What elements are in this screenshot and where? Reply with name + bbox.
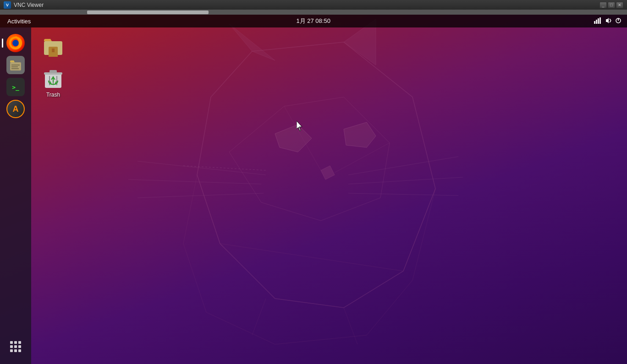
terminal-icon: >_ xyxy=(6,78,25,96)
svg-line-8 xyxy=(128,179,261,184)
ubuntu-desktop: Activities 1月 27 08:50 xyxy=(0,15,627,364)
svg-rect-21 xyxy=(598,18,599,24)
svg-line-24 xyxy=(610,19,611,21)
app-grid-button[interactable] xyxy=(6,337,26,357)
files-icon xyxy=(6,56,25,74)
svg-marker-4 xyxy=(275,125,312,152)
svg-marker-13 xyxy=(183,175,435,344)
trash-icon[interactable]: Trash xyxy=(37,66,70,100)
svg-marker-5 xyxy=(344,122,376,147)
vnc-minimize-button[interactable]: _ xyxy=(600,2,607,8)
svg-marker-1 xyxy=(229,24,275,60)
svg-rect-36 xyxy=(52,49,55,52)
dock-item-updater[interactable]: A xyxy=(6,99,26,119)
svg-rect-22 xyxy=(600,17,601,24)
topbar-left: Activities xyxy=(6,18,33,25)
svg-point-30 xyxy=(12,40,19,46)
home-folder-icon[interactable] xyxy=(37,33,70,60)
gnome-topbar: Activities 1月 27 08:50 xyxy=(0,15,627,27)
trash-label: Trash xyxy=(46,92,60,98)
trash-image xyxy=(42,68,64,90)
topbar-datetime[interactable]: 1月 27 08:50 xyxy=(296,17,330,25)
power-icon[interactable] xyxy=(615,17,622,25)
svg-line-9 xyxy=(138,193,264,198)
svg-marker-6 xyxy=(321,166,335,179)
sound-icon[interactable] xyxy=(605,17,611,25)
svg-line-18 xyxy=(183,166,266,170)
vnc-title-left: V VNC Viewer xyxy=(4,1,44,9)
dock-item-terminal[interactable]: >_ xyxy=(6,77,26,97)
dock-item-firefox[interactable] xyxy=(6,33,26,53)
vnc-maximize-button[interactable]: □ xyxy=(608,2,615,8)
vnc-title-controls: _ □ ✕ xyxy=(600,2,623,8)
desktop-icons: Trash xyxy=(37,33,70,100)
svg-marker-23 xyxy=(606,18,609,23)
svg-line-14 xyxy=(252,299,266,335)
svg-line-10 xyxy=(348,157,458,175)
svg-rect-39 xyxy=(50,70,57,73)
svg-rect-19 xyxy=(594,21,595,24)
svg-marker-3 xyxy=(229,97,390,221)
grid-dots-icon xyxy=(10,341,21,352)
vnc-close-button[interactable]: ✕ xyxy=(616,2,623,8)
svg-line-12 xyxy=(348,193,458,196)
activities-button[interactable]: Activities xyxy=(6,18,33,25)
svg-rect-34 xyxy=(11,68,19,69)
vnc-logo: V xyxy=(4,1,11,9)
svg-line-15 xyxy=(344,308,358,344)
cat-background xyxy=(0,15,627,364)
vnc-titlebar: V VNC Viewer _ □ ✕ xyxy=(0,0,627,10)
svg-line-11 xyxy=(348,177,463,184)
svg-rect-33 xyxy=(11,66,18,67)
svg-rect-20 xyxy=(596,20,597,24)
vnc-scrollbar-thumb[interactable] xyxy=(87,11,209,14)
topbar-right xyxy=(594,17,622,25)
svg-marker-0 xyxy=(197,42,435,308)
firefox-icon xyxy=(6,34,25,52)
network-icon[interactable] xyxy=(594,17,601,25)
updater-icon: A xyxy=(6,100,25,118)
svg-line-7 xyxy=(138,161,266,175)
dock-item-files[interactable] xyxy=(6,55,26,75)
vnc-title-text: VNC Viewer xyxy=(14,2,44,8)
cat-illustration xyxy=(0,15,627,364)
dock: >_ A xyxy=(0,27,31,364)
svg-rect-32 xyxy=(11,65,20,65)
svg-line-25 xyxy=(610,21,611,22)
home-folder-image xyxy=(42,35,64,57)
svg-line-17 xyxy=(335,143,390,173)
vnc-scrollbar[interactable] xyxy=(0,10,627,15)
